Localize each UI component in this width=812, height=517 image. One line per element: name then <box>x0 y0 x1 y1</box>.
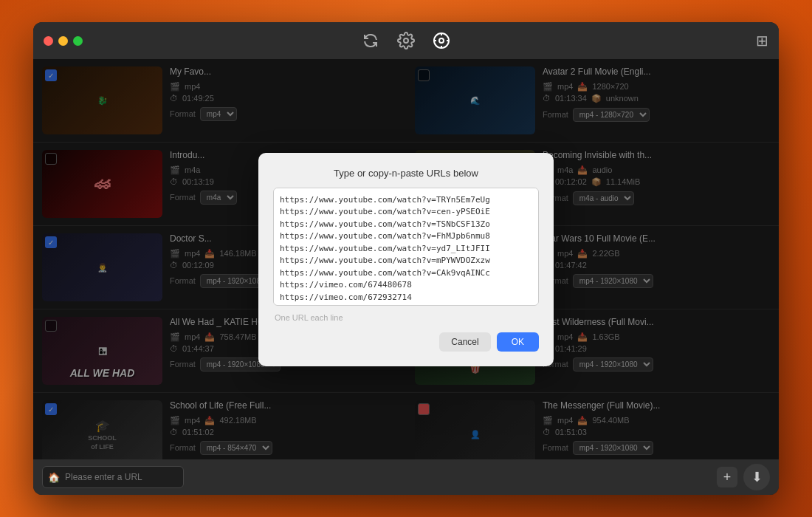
svg-point-2 <box>439 38 444 43</box>
url-input[interactable] <box>42 466 184 488</box>
url-paste-modal: Type or copy-n-paste URLs below https://… <box>258 153 554 366</box>
modal-overlay: Type or copy-n-paste URLs below https://… <box>33 59 779 459</box>
add-url-button[interactable]: + <box>717 467 737 487</box>
film-icon[interactable] <box>431 30 452 51</box>
titlebar-icons <box>360 30 452 51</box>
cancel-button[interactable]: Cancel <box>439 332 490 352</box>
minimize-button[interactable] <box>58 36 68 46</box>
url-textarea[interactable]: https://www.youtube.com/watch?v=TRYn5Em7… <box>273 188 539 306</box>
modal-placeholder: One URL each line <box>273 313 539 322</box>
bottom-bar: 🏠 + ⬇ <box>33 459 779 495</box>
traffic-lights <box>44 36 83 46</box>
close-button[interactable] <box>44 36 53 46</box>
modal-title: Type or copy-n-paste URLs below <box>273 168 539 179</box>
url-input-wrapper: 🏠 <box>42 466 711 488</box>
home-icon: 🏠 <box>48 472 60 483</box>
refresh-icon[interactable] <box>360 30 381 51</box>
svg-point-0 <box>404 38 408 43</box>
ok-button[interactable]: OK <box>497 332 539 352</box>
grid-icon[interactable]: ⊞ <box>756 32 768 49</box>
download-button[interactable]: ⬇ <box>743 464 770 490</box>
maximize-button[interactable] <box>73 36 83 46</box>
main-window: ⊞ 🐉 ✓ My Favo... 🎬 mp4 ⏱ 01:49 <box>33 22 779 495</box>
content-area: 🐉 ✓ My Favo... 🎬 mp4 ⏱ 01:49:25 Format <box>33 59 779 459</box>
settings-icon[interactable] <box>396 30 416 51</box>
titlebar: ⊞ <box>33 22 779 59</box>
modal-buttons: Cancel OK <box>273 332 539 352</box>
